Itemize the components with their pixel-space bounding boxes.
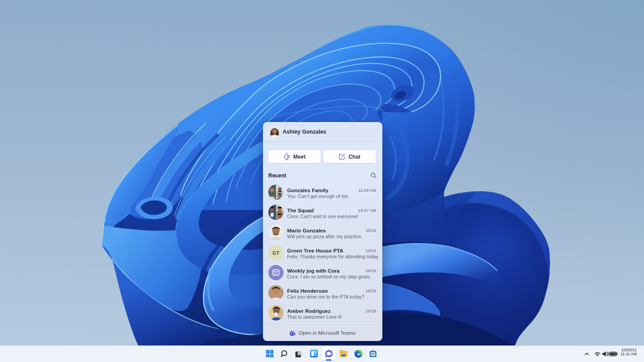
svg-text:GT: GT (272, 250, 280, 256)
